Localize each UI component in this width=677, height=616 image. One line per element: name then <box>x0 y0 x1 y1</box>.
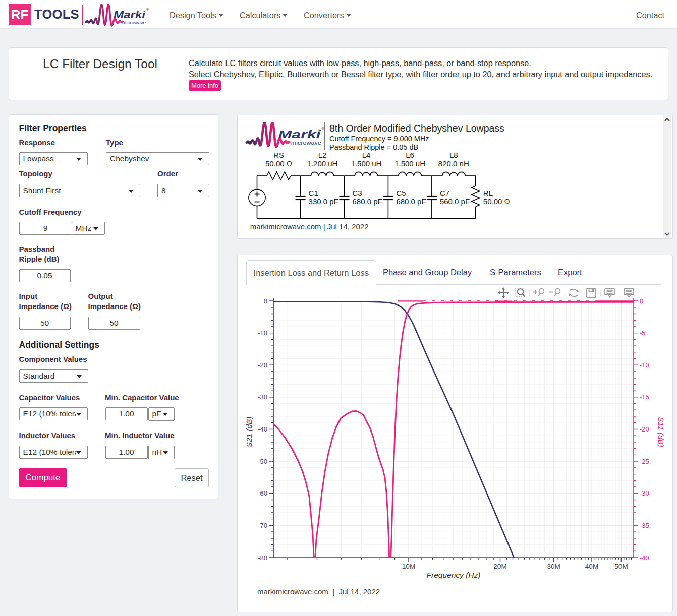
svg-text:C7: C7 <box>440 189 449 197</box>
svg-text:L2: L2 <box>318 151 327 159</box>
svg-text:-80: -80 <box>258 554 267 562</box>
svg-text:S11 (dB): S11 (dB) <box>657 417 665 447</box>
svg-text:-5: -5 <box>640 329 646 337</box>
svg-text:-15: -15 <box>640 393 649 401</box>
svg-text:-30: -30 <box>640 489 649 497</box>
svg-text:®: ® <box>146 8 149 11</box>
svg-text:Marki: Marki <box>278 128 321 141</box>
svg-text:50.00 Ω: 50.00 Ω <box>265 159 292 168</box>
svg-text:-20: -20 <box>258 361 267 369</box>
svg-text:50M: 50M <box>614 563 628 570</box>
svg-text:C1: C1 <box>309 189 318 197</box>
svg-text:-40: -40 <box>640 554 649 562</box>
svg-text:C5: C5 <box>396 189 406 197</box>
svg-text:L6: L6 <box>406 151 414 159</box>
svg-text:-70: -70 <box>258 522 267 529</box>
svg-text:1.500 uH: 1.500 uH <box>351 159 382 168</box>
svg-text:markimicrowave.com | Jul 14,: markimicrowave.com | Jul 14, 2022 <box>257 587 380 596</box>
svg-text:680.0 pF: 680.0 pF <box>353 197 382 206</box>
svg-text:S21 (dB): S21 (dB) <box>245 416 253 447</box>
svg-text:L8: L8 <box>449 151 458 159</box>
svg-text:0: 0 <box>640 297 643 305</box>
svg-text:markimicrowave.com | Jul 14, 2: markimicrowave.com | Jul 14, 2022 <box>250 222 369 231</box>
svg-text:-35: -35 <box>640 522 649 529</box>
svg-text:-60: -60 <box>258 489 267 497</box>
svg-text:8th Order Modified Chebyshev L: 8th Order Modified Chebyshev Lowpass <box>329 122 504 134</box>
svg-text:50.00 Ω: 50.00 Ω <box>483 197 510 206</box>
svg-text:30M: 30M <box>547 563 560 570</box>
svg-text:®: ® <box>322 126 324 131</box>
svg-text:0: 0 <box>264 297 267 305</box>
svg-text:C3: C3 <box>353 189 362 197</box>
svg-text:20M: 20M <box>493 563 506 570</box>
svg-text:microwave: microwave <box>291 140 321 146</box>
svg-text:1.500 uH: 1.500 uH <box>394 159 425 168</box>
svg-text:-30: -30 <box>258 393 267 401</box>
svg-text:-10: -10 <box>640 361 649 369</box>
svg-text:-25: -25 <box>640 458 649 465</box>
svg-text:1.200 uH: 1.200 uH <box>307 159 338 168</box>
svg-text:Cutoff Frequency = 9.000 MHz: Cutoff Frequency = 9.000 MHz <box>329 135 429 143</box>
svg-text:-40: -40 <box>258 425 267 433</box>
svg-text:L4: L4 <box>362 151 371 159</box>
svg-text:microwave: microwave <box>122 20 146 25</box>
svg-text:RS: RS <box>273 151 284 159</box>
svg-text:Frequency (Hz): Frequency (Hz) <box>427 571 481 579</box>
svg-text:Passband Ripple = 0.05 dB: Passband Ripple = 0.05 dB <box>329 143 418 151</box>
svg-text:680.0 pF: 680.0 pF <box>396 197 426 206</box>
svg-text:-50: -50 <box>258 458 267 465</box>
svg-text:40M: 40M <box>585 563 598 570</box>
svg-text:Marki: Marki <box>114 9 146 20</box>
svg-text:820.0 nH: 820.0 nH <box>438 159 469 168</box>
svg-text:560.0 pF: 560.0 pF <box>440 197 470 206</box>
svg-text:-20: -20 <box>640 425 649 433</box>
svg-text:10M: 10M <box>402 563 415 570</box>
svg-text:-10: -10 <box>258 329 267 337</box>
svg-text:330.0 pF: 330.0 pF <box>309 197 338 206</box>
svg-text:RL: RL <box>483 189 493 197</box>
